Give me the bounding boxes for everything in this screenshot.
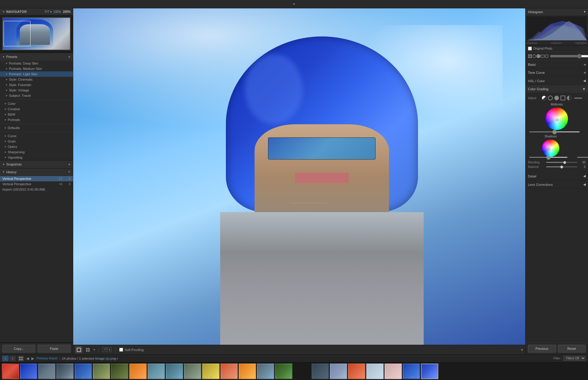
blending-track[interactable] <box>546 162 577 163</box>
filmstrip-thumb-17[interactable] <box>293 364 311 379</box>
basic-panel-item[interactable]: Basic ◀ <box>526 61 588 69</box>
preset-cat-grain[interactable]: ▶ Grain <box>0 139 73 144</box>
original-photo-checkbox[interactable] <box>528 47 532 50</box>
navigator-thumb-image[interactable] <box>2 17 71 50</box>
view-mode-circle3[interactable] <box>545 53 549 59</box>
color-grading-header[interactable]: Color Grading ▼ <box>526 85 588 93</box>
overlay-tool[interactable] <box>85 347 91 353</box>
filmstrip-expand-arrow[interactable]: ▾ <box>521 348 523 352</box>
presets-header[interactable]: ▼ Presets + <box>0 53 73 61</box>
history-header[interactable]: ▼ History ✕ <box>0 168 73 175</box>
filmstrip-thumb-8[interactable] <box>129 364 147 379</box>
filmstrip-thumb-2[interactable] <box>20 364 37 379</box>
highlights-slider[interactable] <box>577 157 588 158</box>
filmstrip-thumb-10[interactable] <box>166 364 183 379</box>
midtones-wheel[interactable] <box>546 108 568 130</box>
soft-proofing-checkbox[interactable] <box>119 348 123 352</box>
snapshots-add-button[interactable]: + <box>68 162 71 167</box>
filmstrip-back-arrow[interactable]: ◀ <box>26 356 29 361</box>
shadows-slider[interactable] <box>529 157 568 158</box>
navigator-header[interactable]: ▼ Navigator FIT ▾ 100% 200% <box>0 8 73 15</box>
filmstrip-thumb-19[interactable] <box>330 364 347 379</box>
history-item-vertical-perspective-1[interactable]: Vertical Perspective -12 -6 <box>0 176 73 181</box>
overlay-dropdown[interactable]: ▾ <box>94 348 95 351</box>
histogram-header[interactable]: Histogram ▾ <box>526 8 588 15</box>
filmstrip-thumb-6[interactable]: ★ <box>93 364 110 379</box>
filmstrip-thumb-22[interactable] <box>385 364 402 379</box>
filmstrip-thumb-15[interactable] <box>257 364 274 379</box>
preset-cat-defaults[interactable]: ▶ Defaults <box>0 125 73 131</box>
blending-thumb[interactable] <box>563 161 566 164</box>
shadows-wheel-dot[interactable] <box>548 148 550 150</box>
view-mode-circle2[interactable] <box>536 53 540 59</box>
filmstrip-thumb-9[interactable] <box>148 364 165 379</box>
filmstrip-thumb-16[interactable] <box>275 364 293 379</box>
preset-item-medium-skin[interactable]: ▶ Portraits: Medium Skin <box>0 66 73 71</box>
reset-button[interactable]: Reset <box>558 345 586 353</box>
balance-track[interactable] <box>546 166 577 167</box>
preset-item-futuristic[interactable]: ▶ Style: Futuristic <box>0 82 73 88</box>
filmstrip-prev-import[interactable]: Previous Import <box>36 357 57 360</box>
preset-item-vintage[interactable]: ▶ Style: Vintage <box>0 88 73 93</box>
preset-cat-optics[interactable]: ▶ Optics <box>0 144 73 149</box>
presets-add-button[interactable]: + <box>68 54 71 59</box>
filmstrip-thumb-21[interactable] <box>366 364 384 379</box>
detail-panel-item[interactable]: Detail ◀ <box>526 172 588 180</box>
preset-cat-curve[interactable]: ▶ Curve <box>0 133 73 139</box>
paste-button[interactable]: Paste <box>38 345 71 353</box>
soft-proofing-toggle[interactable]: Soft Proofing <box>119 348 144 352</box>
lens-corrections-panel-item[interactable]: Lens Corrections ◀ <box>526 180 588 189</box>
crop-tool[interactable] <box>76 347 82 353</box>
filmstrip-thumb-3[interactable] <box>38 364 56 379</box>
midtones-hue-slider[interactable] <box>529 131 580 132</box>
filmstrip-nav-1[interactable]: 1 <box>2 356 8 361</box>
preset-item-cinematic[interactable]: ▶ Style: Cinematic <box>0 77 73 82</box>
zoom-100[interactable]: 100% <box>53 10 61 13</box>
filmstrip-forward-arrow[interactable]: ▶ <box>31 356 34 361</box>
filmstrip-thumb-1[interactable]: ★ <box>2 364 19 379</box>
tone-curve-panel-item[interactable]: Tone Curve ◀ <box>526 69 588 77</box>
filmstrip-thumb-7[interactable] <box>111 364 128 379</box>
filmstrip-thumb-13[interactable] <box>220 364 238 379</box>
color-mode-selector[interactable]: YY ▾ <box>102 347 112 352</box>
preset-cat-sharpening[interactable]: ▶ Sharpening <box>0 149 73 155</box>
filmstrip-thumb-20[interactable] <box>348 364 365 379</box>
zoom-200[interactable]: 200% <box>63 10 71 13</box>
filmstrip-thumb-4[interactable] <box>56 364 74 379</box>
midtones-wheel-dot[interactable] <box>556 119 558 121</box>
view-mode-grid[interactable] <box>528 53 532 59</box>
exposure-slider[interactable] <box>550 54 588 59</box>
adjust-icon-dual[interactable] <box>542 96 546 100</box>
filmstrip-thumb-5[interactable]: ★ <box>75 364 92 379</box>
top-arrow[interactable]: ▼ <box>293 2 295 6</box>
snapshots-header[interactable]: ▼ Snapshots + <box>0 160 73 168</box>
history-item-vertical-perspective-2[interactable]: Vertical Perspective +6 6 <box>0 181 73 187</box>
filmstrip-thumb-14[interactable] <box>239 364 256 379</box>
preset-cat-vignetting[interactable]: ▶ Vignetting <box>0 155 73 160</box>
filmstrip-grid-btn[interactable] <box>18 356 24 361</box>
view-mode-rect[interactable] <box>540 53 545 59</box>
filmstrip-thumb-12[interactable]: ★ <box>202 364 220 379</box>
copy-button[interactable]: Copy... <box>2 345 35 353</box>
preset-item-travel[interactable]: ▶ Subject: Travel <box>0 93 73 98</box>
filmstrip-thumb-18[interactable] <box>312 364 329 379</box>
filmstrip-thumb-23[interactable]: ★★★ <box>403 364 420 379</box>
zoom-fit[interactable]: FIT ▾ <box>45 10 52 13</box>
filter-select[interactable]: Filters Off <box>564 356 586 361</box>
adjust-icon-half[interactable] <box>567 96 572 100</box>
shadows-wheel[interactable] <box>542 140 559 157</box>
preset-cat-portraits[interactable]: ▶ Portraits <box>0 117 73 122</box>
history-item-import[interactable]: Import (10/19/21 9:41:00 AM) <box>0 187 73 192</box>
preset-item-deep-skin[interactable]: ▶ Portraits: Deep Skin <box>0 61 73 66</box>
previous-button[interactable]: Previous <box>528 345 556 353</box>
view-mode-circle1[interactable] <box>532 53 536 59</box>
adjust-icon-circle1[interactable] <box>548 96 553 100</box>
filmstrip-filename[interactable]: image (s).png <box>96 357 118 360</box>
histogram-arrow[interactable]: ▾ <box>584 10 586 14</box>
preset-cat-creative[interactable]: ▶ Creative <box>0 106 73 112</box>
filmstrip-thumb-11[interactable] <box>184 364 201 379</box>
hsl-panel-item[interactable]: HSL / Color ◀ <box>526 77 588 85</box>
balance-thumb[interactable] <box>560 166 563 168</box>
history-close-button[interactable]: ✕ <box>68 170 71 174</box>
adjust-icon-circle2[interactable] <box>554 96 559 100</box>
